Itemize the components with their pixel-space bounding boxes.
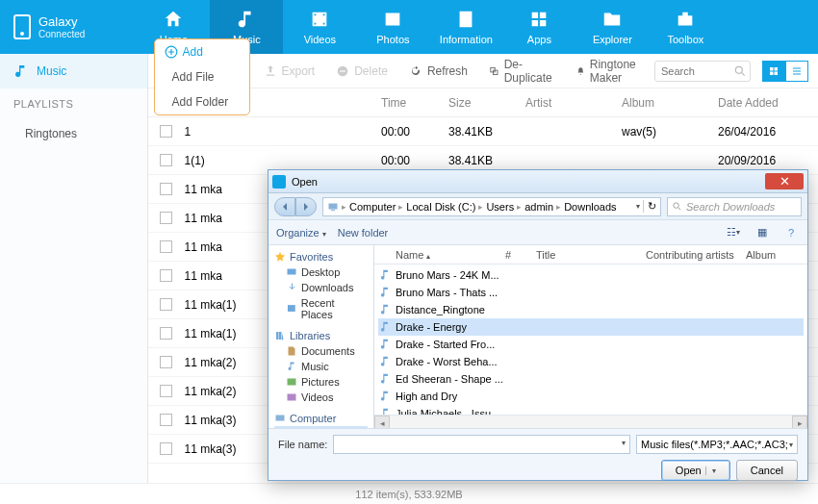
filetype-filter[interactable]: Music files(*.MP3;*.AAC;*.AC3;▾ <box>636 435 798 454</box>
dialog-file-item[interactable]: Drake - Worst Beha... <box>378 353 804 370</box>
svg-point-5 <box>735 66 742 73</box>
nav-recent[interactable]: Recent Places <box>274 295 368 322</box>
audio-file-icon <box>378 320 392 334</box>
dialog-file-item[interactable]: Distance_Ringtone <box>378 301 804 318</box>
cancel-button[interactable]: Cancel <box>736 460 798 481</box>
svg-rect-9 <box>288 269 296 275</box>
dialog-file-item[interactable]: Bruno Mars - 24K M... <box>378 266 804 284</box>
dialog-app-icon <box>272 175 286 189</box>
refresh-button[interactable]: Refresh <box>401 61 475 82</box>
dlg-col-contrib[interactable]: Contributing artists <box>646 249 742 261</box>
col-time[interactable]: Time <box>377 96 445 110</box>
grid-view-button[interactable] <box>762 61 785 82</box>
row-checkbox[interactable] <box>160 298 172 311</box>
search-box[interactable] <box>654 61 751 82</box>
dialog-search[interactable]: Search Downloads <box>667 197 802 216</box>
nav-libraries[interactable]: Libraries <box>274 328 368 343</box>
dialog-file-item[interactable]: Drake - Energy <box>378 318 804 336</box>
tab-photos[interactable]: Photos <box>356 0 429 54</box>
sidebar-item-ringtones[interactable]: Ringtones <box>0 119 147 148</box>
nav-pictures[interactable]: Pictures <box>274 374 368 390</box>
export-icon <box>264 64 277 78</box>
tab-explorer[interactable]: Explorer <box>575 0 649 54</box>
add-folder-item[interactable]: Add Folder <box>155 89 249 114</box>
audio-file-icon <box>378 268 392 282</box>
dialog-hscrollbar[interactable] <box>374 415 807 428</box>
dialog-file-item[interactable]: Bruno Mars - Thats ... <box>378 284 804 301</box>
toolbar: Add Add File Add Folder Export Delete Re… <box>148 54 818 88</box>
plus-icon <box>165 45 178 59</box>
refresh-icon <box>409 64 422 78</box>
preview-pane-button[interactable]: ▦ <box>754 224 771 241</box>
col-size[interactable]: Size <box>445 96 522 110</box>
filename-input[interactable]: ▾ <box>333 435 630 454</box>
dlg-col-album[interactable]: Album <box>746 249 794 261</box>
dialog-file-item[interactable]: Julia Michaels - Issu... <box>378 405 804 415</box>
dedup-button[interactable]: De-Duplicate <box>481 54 563 88</box>
dialog-file-item[interactable]: Drake - Started Fro... <box>378 336 804 353</box>
dlg-col-num[interactable]: # <box>505 249 532 261</box>
row-checkbox[interactable] <box>160 154 172 166</box>
row-checkbox[interactable] <box>160 442 172 455</box>
export-button: Export <box>256 61 323 82</box>
row-checkbox[interactable] <box>160 212 172 224</box>
music-icon <box>13 63 29 79</box>
row-checkbox[interactable] <box>160 240 172 253</box>
audio-file-icon <box>378 407 392 415</box>
top-bar: Galaxy Connected Home Music Videos Photo… <box>0 0 818 54</box>
help-button[interactable]: ? <box>782 224 800 241</box>
audio-file-icon <box>378 286 392 299</box>
row-checkbox[interactable] <box>160 414 172 426</box>
col-artist[interactable]: Artist <box>522 96 618 110</box>
delete-icon <box>336 64 349 78</box>
nav-back-button[interactable] <box>274 197 295 216</box>
view-options-button[interactable]: ☷ ▾ <box>725 224 742 241</box>
col-date[interactable]: Date Added <box>714 96 810 110</box>
tab-videos[interactable]: Videos <box>283 0 356 54</box>
table-row[interactable]: 100:0038.41KBwav(5)26/04/2016 <box>148 117 818 146</box>
row-checkbox[interactable] <box>160 183 172 195</box>
col-album[interactable]: Album <box>618 96 714 110</box>
status-bar: 112 item(s), 533.92MB <box>0 483 818 504</box>
row-checkbox[interactable] <box>160 385 172 397</box>
row-checkbox[interactable] <box>160 125 172 138</box>
list-view-button[interactable] <box>785 61 808 82</box>
row-checkbox[interactable] <box>160 269 172 282</box>
nav-desktop[interactable]: Desktop <box>274 265 368 280</box>
nav-computer[interactable]: Computer <box>274 411 368 426</box>
nav-forward-button[interactable] <box>295 197 317 216</box>
device-name: Galaxy <box>38 14 85 29</box>
sidebar: Music PLAYLISTS Ringtones <box>0 54 148 483</box>
dialog-close-button[interactable]: ✕ <box>765 173 804 189</box>
open-button[interactable]: Open▾ <box>661 460 730 481</box>
sidebar-music-header[interactable]: Music <box>0 54 147 88</box>
open-dialog: Open ✕ ▸Computer ▸Local Disk (C:) ▸Users… <box>268 169 808 481</box>
add-file-item[interactable]: Add File <box>155 64 249 89</box>
row-checkbox[interactable] <box>160 327 172 340</box>
dialog-file-item[interactable]: High and Dry <box>378 388 804 405</box>
new-folder-button[interactable]: New folder <box>338 227 389 239</box>
audio-file-icon <box>378 338 392 351</box>
nav-favorites[interactable]: Favorites <box>274 249 368 265</box>
dialog-nav: Favorites Desktop Downloads Recent Place… <box>268 245 374 428</box>
add-button[interactable]: Add <box>155 39 249 64</box>
nav-videos[interactable]: Videos <box>274 390 368 405</box>
tab-toolbox[interactable]: Toolbox <box>649 0 722 54</box>
ringtone-maker-button[interactable]: Ringtone Maker <box>569 54 649 88</box>
organize-button[interactable]: Organize ▾ <box>276 227 326 239</box>
tab-information[interactable]: Information <box>429 0 502 54</box>
nav-music[interactable]: Music <box>274 359 368 374</box>
dedup-icon <box>489 64 499 78</box>
bell-icon <box>576 64 585 78</box>
device-info: Galaxy Connected <box>0 14 98 39</box>
dialog-file-item[interactable]: Ed Sheeran - Shape ... <box>378 370 804 388</box>
tab-apps[interactable]: Apps <box>502 0 575 54</box>
dlg-col-name[interactable]: Name ▴ <box>396 249 501 261</box>
playlists-label: PLAYLISTS <box>0 88 147 119</box>
nav-downloads[interactable]: Downloads <box>274 280 368 295</box>
dialog-file-list[interactable]: Bruno Mars - 24K M...Bruno Mars - Thats … <box>374 265 807 415</box>
dlg-col-title[interactable]: Title <box>536 249 642 261</box>
row-checkbox[interactable] <box>160 356 172 368</box>
breadcrumb[interactable]: ▸Computer ▸Local Disk (C:) ▸Users ▸admin… <box>322 197 661 216</box>
nav-documents[interactable]: Documents <box>274 343 368 359</box>
